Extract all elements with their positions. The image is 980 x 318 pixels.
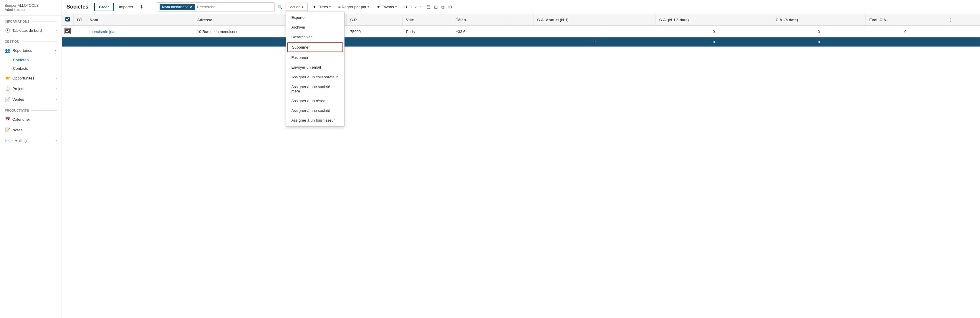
total-options (945, 37, 980, 47)
sidebar-item-projets[interactable]: 📋 Projets › (0, 83, 62, 94)
sidebar-item-label: Opportunités (13, 76, 34, 80)
total-ca-date: 0 (772, 37, 866, 47)
sidebar-item-label: Répertoires (13, 48, 32, 53)
row-ca-n1-date: 0 (655, 25, 772, 37)
email-icon: ✉️ (5, 138, 10, 143)
sidebar-sub-label: - Contacts (11, 66, 28, 71)
notes-icon: 📝 (5, 127, 10, 132)
action-button-label: Action (290, 5, 301, 9)
favorites-button[interactable]: ★ Favoris ▾ (374, 3, 399, 11)
sidebar-item-notes[interactable]: 📝 Notes (0, 124, 62, 135)
filter-tag-close[interactable]: ✕ (189, 5, 193, 9)
chevron-down-icon: ▾ (329, 5, 331, 8)
sidebar: Bonjour ALLOTOOLS Administrator INFORMAT… (0, 0, 62, 318)
header-ville: Ville (402, 14, 452, 25)
sidebar-item-repertoires[interactable]: 👥 Répertoires ∨ (0, 45, 62, 56)
sidebar-item-emailing[interactable]: ✉️ eMailing › (0, 135, 62, 146)
sidebar-section-gestion: GESTION (0, 36, 62, 45)
dropdown-item-assigner-fournisseur[interactable]: Assigner à un fournisseur (286, 115, 344, 125)
chevron-right-icon: › (56, 139, 57, 142)
sidebar-item-calendrier[interactable]: 📅 Calendrier (0, 114, 62, 124)
row-nom[interactable]: menuiserie jean (86, 25, 194, 37)
filter-tag-value: menuiserie (171, 5, 188, 9)
star-icon: ★ (377, 5, 380, 9)
total-cell-2 (86, 37, 194, 47)
row-checkbox-cell[interactable] (62, 25, 74, 37)
sidebar-greeting: Bonjour ALLOTOOLS Administrator (0, 0, 62, 16)
topbar: Sociétés Créer Importer ⬇ Nom menuiserie… (62, 0, 980, 14)
clock-icon: 🕐 (5, 28, 10, 33)
sidebar-item-ventes[interactable]: 📈 Ventes › (0, 94, 62, 105)
sidebar-item-label: Tableaux de bord (13, 28, 42, 33)
clipboard-icon: 📋 (5, 86, 10, 91)
search-input[interactable] (197, 5, 247, 9)
sidebar-item-tableaux-de-bord[interactable]: 🕐 Tableaux de bord › (0, 25, 62, 36)
total-cell-6 (452, 37, 510, 47)
sidebar-item-contacts[interactable]: - Contacts (0, 64, 62, 73)
total-cell-5 (402, 37, 452, 47)
search-container: Nom menuiserie ✕ (157, 2, 275, 11)
sidebar-section-informations: INFORMATIONS (0, 16, 62, 25)
chart-icon: 📈 (5, 97, 10, 102)
table-row: menuiserie jean 10 Rue de la menuiserie … (62, 25, 980, 37)
filter-icon: ▼ (313, 5, 317, 9)
dropdown-item-assigner-reseau[interactable]: Assigner à un réseau (286, 96, 344, 106)
chevron-right-icon: › (56, 98, 57, 101)
dropdown-item-envoyer-email[interactable]: Envoyer un email (286, 62, 344, 72)
action-dropdown-menu: ExporterArchiverDésarchiverSupprimerFusi… (286, 11, 345, 127)
pagination: 1-1 / 1 ‹ › (402, 4, 423, 10)
dropdown-item-exporter[interactable]: Exporter (286, 13, 344, 22)
dropdown-item-assigner-societe-mere[interactable]: Assigner à une société mère (286, 82, 344, 96)
people-icon: 👥 (5, 48, 10, 53)
dropdown-item-assigner-societe[interactable]: Assigner à une société (286, 106, 344, 115)
dropdown-item-archiver[interactable]: Archiver (286, 22, 344, 32)
filters-button[interactable]: ▼ Filtres ▾ (310, 3, 333, 11)
import-button[interactable]: Importer (117, 3, 135, 11)
row-checkbox[interactable] (65, 29, 70, 33)
filters-label: Filtres (317, 5, 328, 9)
action-button-container: Action ▾ ExporterArchiverDésarchiverSupp… (286, 3, 307, 11)
total-cell-1 (74, 37, 86, 47)
header-options[interactable]: ⋮ (945, 14, 980, 25)
action-button[interactable]: Action ▾ (286, 3, 307, 11)
sidebar-item-societes[interactable]: - Sociétés (0, 56, 62, 64)
sidebar-section-productivite: PRODUCTIVITÉ (0, 105, 62, 114)
header-checkbox-cell[interactable] (62, 14, 74, 25)
create-button[interactable]: Créer (94, 3, 114, 11)
header-ca-n1-date: C.A. (N-1 à date) (655, 14, 772, 25)
dropdown-item-desarchiver[interactable]: Désarchiver (286, 32, 344, 42)
group-button[interactable]: ≡ Regrouper par ▾ (336, 3, 371, 11)
societes-table: BT Nom Adresse C.P. Ville Télép. C.A. An… (62, 14, 980, 47)
header-telep: Télép. (452, 14, 510, 25)
pagination-next[interactable]: › (419, 4, 423, 10)
header-ca-date: C.A. (à date) (772, 14, 866, 25)
row-evol-ca: 0 (866, 25, 945, 37)
chevron-right-icon: › (56, 76, 57, 80)
dropdown-item-fusionner[interactable]: Fusionner (286, 53, 344, 62)
sidebar-item-label: eMailing (13, 138, 27, 143)
sidebar-item-opportunites[interactable]: 🤝 Opportunités › (0, 73, 62, 83)
row-options[interactable] (945, 25, 980, 37)
chevron-right-icon: › (56, 87, 57, 91)
header-checkbox[interactable] (65, 17, 70, 22)
settings-view-button[interactable]: ⚙ (447, 4, 453, 10)
total-cell-0 (62, 37, 74, 47)
header-ca-annuel: C.A. Annuel (N-1) (534, 14, 655, 25)
pagination-prev[interactable]: ‹ (414, 4, 418, 10)
chevron-right-icon: › (56, 29, 57, 32)
download-button[interactable]: ⬇ (138, 3, 145, 11)
pagination-text: 1-1 / 1 (402, 5, 413, 9)
page-title: Sociétés (67, 4, 88, 10)
filter-tag: Nom menuiserie ✕ (160, 4, 195, 10)
header-empty (510, 14, 534, 25)
split-view-button[interactable]: ⧉ (440, 4, 446, 10)
dropdown-item-supprimer[interactable]: Supprimer (287, 42, 343, 52)
row-empty (510, 25, 534, 37)
dropdown-item-assigner-collaborateur[interactable]: Assigner à un collaborateur (286, 72, 344, 82)
list-view-button[interactable]: ☰ (425, 4, 432, 10)
chevron-down-icon: ▾ (395, 5, 397, 8)
group-icon: ≡ (338, 5, 341, 9)
search-button[interactable]: 🔍 (278, 5, 283, 10)
chevron-down-icon: ∨ (55, 49, 57, 52)
grid-view-button[interactable]: ⊞ (433, 4, 439, 10)
